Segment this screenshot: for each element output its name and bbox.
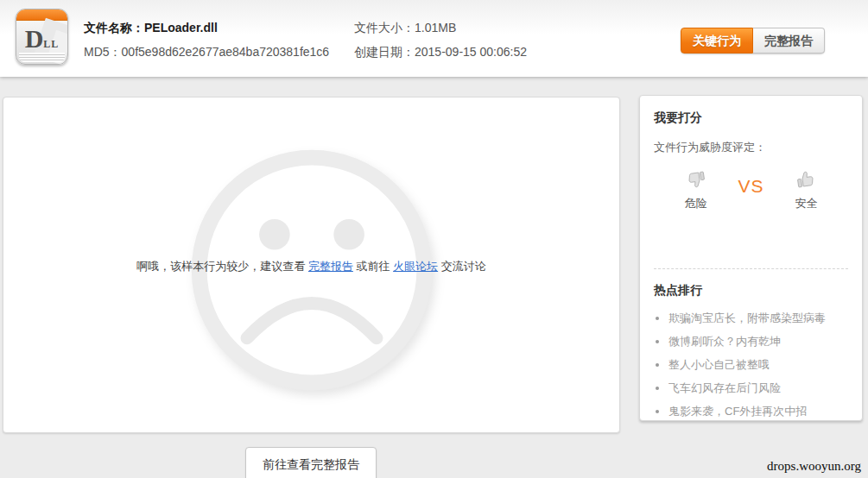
file-info-header: DLL 文件名称：PELoader.dll MD5：00f5e98d62e267…	[0, 0, 868, 77]
vote-row: 危险 VS 安全	[654, 169, 848, 211]
goto-full-report-button[interactable]: 前往查看完整报告	[245, 447, 377, 478]
thumb-up-icon	[796, 169, 817, 193]
rating-subtitle: 文件行为威胁度评定：	[654, 140, 848, 155]
created-date-line: 创建日期：2015-09-15 00:06:52	[354, 45, 527, 60]
thumb-down-icon	[685, 169, 706, 193]
md5-value: 00f5e98d62e2677ae84ba720381fe1c6	[122, 45, 330, 59]
full-report-link[interactable]: 完整报告	[308, 260, 353, 273]
hot-ranking-title: 热点排行	[654, 283, 848, 299]
safe-label: 安全	[787, 196, 827, 211]
dll-icon-orange-band	[16, 9, 67, 21]
hot-item[interactable]: 欺骗淘宝店长，附带感染型病毒	[668, 311, 848, 326]
vote-safe-button[interactable]: 安全	[787, 169, 827, 211]
dll-file-icon: DLL	[16, 9, 68, 65]
file-size-value: 1.01MB	[415, 21, 456, 35]
hot-item[interactable]: 整人小心自己被整哦	[668, 357, 848, 373]
hot-ranking-list: 欺骗淘宝店长，附带感染型病毒 微博刷听众？内有乾坤 整人小心自己被整哦 飞车幻风…	[654, 311, 848, 419]
vote-danger-button[interactable]: 危险	[675, 169, 715, 211]
hot-item[interactable]: 微博刷听众？内有乾坤	[668, 334, 848, 349]
file-name-value: PELoader.dll	[144, 21, 218, 35]
hot-item[interactable]: 鬼影来袭，CF外挂再次中招	[668, 404, 848, 419]
danger-label: 危险	[675, 196, 715, 211]
report-tabs: 关键行为 完整报告	[681, 28, 825, 53]
dll-icon-label: DLL	[16, 24, 67, 53]
rating-title: 我要打分	[654, 110, 848, 126]
few-behavior-message: 啊哦，该样本行为较少，建议查看 完整报告 或前往 火眼论坛 交流讨论	[3, 259, 619, 274]
dashed-divider	[654, 268, 848, 269]
full-report-button[interactable]: 完整报告	[753, 28, 825, 53]
md5-line: MD5：00f5e98d62e2677ae84ba720381fe1c6	[84, 45, 329, 60]
huoyan-forum-link[interactable]: 火眼论坛	[393, 260, 438, 273]
key-behavior-button[interactable]: 关键行为	[681, 28, 753, 53]
rating-sidebar: 我要打分 文件行为威胁度评定： 危险 VS 安全	[639, 95, 863, 421]
file-size-line: 文件大小：1.01MB	[354, 21, 456, 36]
behavior-result-panel: 啊哦，该样本行为较少，建议查看 完整报告 或前往 火眼论坛 交流讨论	[3, 97, 620, 433]
file-name-line: 文件名称：PELoader.dll	[84, 21, 218, 36]
hot-item[interactable]: 飞车幻风存在后门风险	[668, 381, 848, 396]
watermark-text: drops.wooyun.org	[767, 459, 861, 474]
dll-icon-pages	[19, 53, 65, 62]
created-date-value: 2015-09-15 00:06:52	[415, 45, 527, 59]
vs-label: VS	[738, 176, 763, 197]
